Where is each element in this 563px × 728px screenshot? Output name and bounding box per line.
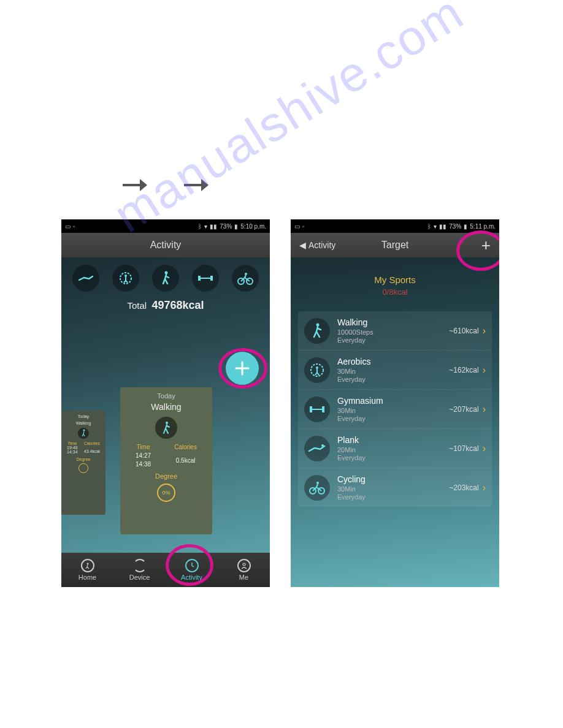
activity-body: Total 49768kcal Today Walking Time 19:48… [61,257,270,587]
svg-point-19 [321,444,324,447]
sport-kcal: ~203kcal [449,483,478,492]
home-icon [81,559,94,572]
nav-device[interactable]: Device [113,553,166,587]
nav-activity[interactable]: Activity [166,553,218,587]
sport-kcal: ~610kcal [449,327,478,335]
walking-icon[interactable] [152,265,179,292]
svg-rect-18 [312,409,322,410]
page-title: Activity [150,240,182,251]
cycling-icon[interactable] [232,265,259,292]
card-date: Today [157,392,175,400]
back-label: Activity [308,240,335,250]
sport-name: Cycling [337,474,449,484]
battery-text: 73% [220,223,232,230]
watermark-text: manualshive.com [104,0,473,244]
notification-icon: ▫ [73,223,75,230]
degree-value: 0% [162,490,170,496]
walking-icon [304,318,330,344]
svg-point-1 [124,275,127,277]
me-icon [237,559,251,572]
nav-label: Home [79,574,96,581]
dumbbell-icon[interactable] [192,265,219,292]
sport-target: 10000Steps [337,328,449,336]
add-activity-button[interactable] [226,352,259,385]
svg-point-8 [245,273,247,275]
chevron-right-icon: › [483,404,486,415]
target-body: My Sports 0/8kcal Walking 10000Steps Eve… [291,257,499,587]
calories-header: Calories [174,444,197,450]
arrow-icon [184,179,209,191]
signal-icon: ▮▮ [439,223,446,230]
plank-icon[interactable] [72,265,99,292]
sport-list: Walking 10000Steps Everyday ~610kcal › A… [298,311,492,507]
notification-icon: ▭ [294,223,300,230]
sport-frequency: Everyday [337,415,449,422]
activity-card-small[interactable]: Today Walking Time 19:48 14:34 Calories … [61,411,105,515]
sport-kcal: ~107kcal [449,444,478,453]
svg-point-11 [86,563,88,565]
sport-frequency: Everyday [337,493,449,501]
time-text: 5:11 p.m. [470,223,496,230]
sport-row-plank[interactable]: Plank 20Min Everyday ~107kcal › [298,429,492,468]
svg-rect-4 [210,276,213,281]
title-bar: Activity [61,233,270,257]
svg-rect-5 [201,278,210,279]
notification-icon: ▭ [65,223,71,230]
arrow-icon [123,179,147,191]
instruction-arrows [123,179,209,191]
svg-point-10 [166,422,168,424]
notification-icon: ▫ [302,223,305,230]
time-value: 19:48 [67,446,78,450]
degree-label: Degree [155,472,177,480]
sport-target: 20Min [337,446,449,453]
back-button[interactable]: ◀ Activity [299,240,335,250]
sport-target: 30Min [337,485,449,493]
time-value: 14:27 [136,452,151,459]
svg-rect-17 [322,406,324,412]
phone-screenshot-target: ▭ ▫ ᛒ ▾ ▮▮ 73% ▮ 5:11 p.m. ◀ Activity Ta… [291,219,499,587]
degree-label: Degree [77,457,91,461]
time-text: 5:10 p.m. [240,223,266,230]
svg-point-22 [316,482,319,484]
device-icon [133,559,147,572]
svg-point-9 [83,430,85,431]
title-bar: ◀ Activity Target + [291,233,499,257]
degree-ring-icon: 0% [157,483,175,502]
activity-card-main[interactable]: Today Walking Time 14:27 14:38 Calories … [120,387,212,534]
back-arrow-icon: ◀ [299,240,306,250]
card-activity-name: Walking [76,421,91,425]
sport-frequency: Everyday [337,336,449,344]
aerobics-icon[interactable] [112,265,139,292]
activity-icon [185,559,199,572]
sport-row-gymnasium[interactable]: Gymnasium 30Min Everyday ~207kcal › [298,390,492,429]
svg-rect-16 [310,406,312,412]
sport-target: 30Min [337,407,449,414]
svg-point-13 [316,323,320,326]
nav-home[interactable]: Home [61,553,113,587]
sport-kcal: ~207kcal [449,405,478,414]
my-sports-subheading: 0/8kcal [291,287,499,297]
wifi-icon: ▾ [434,223,437,230]
card-date: Today [78,414,90,419]
bluetooth-icon: ᛒ [198,223,202,230]
chevron-right-icon: › [483,482,486,493]
sport-name: Aerobics [337,357,449,366]
battery-icon: ▮ [234,223,238,230]
nav-me[interactable]: Me [218,553,270,587]
time-header: Time [137,444,150,450]
sport-name: Walking [337,317,449,327]
sport-row-aerobics[interactable]: Aerobics 30Min Everyday ~162kcal › [298,351,492,390]
phone-screenshot-activity: ▭ ▫ ᛒ ▾ ▮▮ 73% ▮ 5:10 p.m. Activity [61,219,270,587]
cycling-icon [304,475,330,501]
chevron-right-icon: › [483,325,486,336]
sport-row-cycling[interactable]: Cycling 30Min Everyday ~203kcal › [298,468,492,507]
sport-frequency: Everyday [337,376,449,383]
calories-header: Calories [84,441,100,446]
walking-icon [155,417,177,439]
nav-label: Me [239,574,248,581]
sport-row-walking[interactable]: Walking 10000Steps Everyday ~610kcal › [298,311,492,351]
add-target-button[interactable]: + [481,236,491,255]
walking-icon [78,428,89,439]
sport-name: Gymnasium [337,396,449,406]
my-sports-heading: My Sports [291,275,499,285]
